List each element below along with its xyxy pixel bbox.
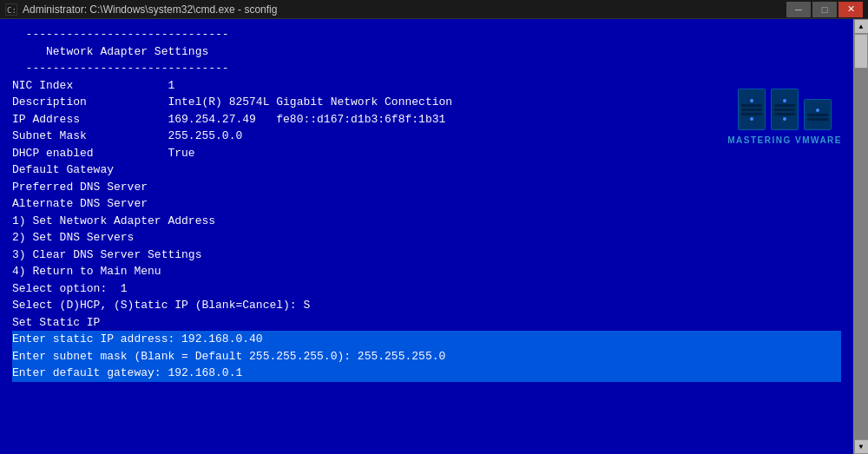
terminal-line: Network Adapter Settings (12, 43, 841, 61)
server-box-2 (771, 89, 799, 130)
title-bar: C:\ Administrator: C:\Windows\system32\c… (0, 0, 868, 19)
terminal-line: Enter subnet mask (Blank = Default 255.2… (12, 348, 841, 365)
server-unit-2 (771, 89, 799, 130)
server-slot (774, 104, 795, 107)
terminal-line: DHCP enabled True (12, 145, 841, 162)
server-led (816, 109, 819, 112)
logo-text: Mastering VMware (727, 135, 842, 145)
server-box-1 (738, 89, 766, 130)
close-button[interactable]: ✕ (838, 2, 863, 17)
terminal-line: Alternate DNS Server (12, 195, 841, 213)
server-led (783, 99, 786, 102)
terminal-content[interactable]: ------------------------------ Network A… (0, 19, 853, 454)
terminal-line: Select (D)HCP, (S)tatic IP (Blank=Cancel… (12, 297, 841, 314)
terminal-line: ------------------------------ (12, 60, 841, 77)
scrollbar-track[interactable] (854, 34, 868, 439)
terminal-line: Preferred DNS Server (12, 179, 841, 196)
terminal-line: ------------------------------ (12, 26, 841, 43)
scroll-down-button[interactable]: ▼ (854, 439, 869, 454)
terminal-line: Subnet Mask 255.255.0.0 (12, 128, 841, 145)
server-slot (774, 113, 795, 115)
terminal-line: 2) Set DNS Servers (12, 229, 841, 247)
terminal-line: Enter default gateway: 192.168.0.1 (12, 365, 841, 382)
terminal-line: IP Address 169.254.27.49 fe80::d167:d1b3… (12, 111, 841, 128)
server-slot (807, 118, 828, 121)
server-unit-1 (738, 89, 766, 130)
terminal-line: 4) Return to Main Menu (12, 263, 841, 280)
terminal-line: Description Intel(R) 82574L Gigabit Netw… (12, 94, 841, 111)
server-slot (741, 113, 762, 115)
logo-area: Mastering VMware (727, 89, 842, 145)
server-slot (774, 109, 795, 111)
terminal-line: Default Gateway (12, 161, 841, 179)
terminal-window: ------------------------------ Network A… (0, 19, 868, 454)
window-title: Administrator: C:\Windows\system32\cmd.e… (23, 3, 277, 16)
terminal-line: Select option: 1 (12, 280, 841, 298)
server-led (750, 99, 753, 102)
server-slot (807, 114, 828, 116)
minimize-button[interactable]: ─ (786, 2, 811, 17)
window-controls: ─ □ ✕ (786, 2, 863, 17)
server-unit-3 (804, 99, 832, 130)
server-led (783, 117, 786, 121)
title-bar-left: C:\ Administrator: C:\Windows\system32\c… (5, 3, 277, 16)
terminal-line: Enter static IP address: 192.168.0.40 (12, 331, 841, 348)
svg-text:C:\: C:\ (7, 6, 16, 15)
server-led (750, 117, 753, 121)
scrollbar[interactable]: ▲ ▼ (853, 19, 868, 454)
terminal-line: NIC Index 1 (12, 77, 841, 95)
terminal-line: Set Static IP (12, 314, 841, 332)
server-slot (741, 109, 762, 111)
server-box-3 (804, 99, 832, 130)
logo-servers (738, 89, 832, 130)
server-slot (741, 104, 762, 107)
cmd-icon: C:\ (5, 3, 17, 16)
scrollbar-thumb[interactable] (854, 34, 868, 69)
maximize-button[interactable]: □ (812, 2, 837, 17)
terminal-line: 3) Clear DNS Server Settings (12, 247, 841, 264)
terminal-line: 1) Set Network Adapter Address (12, 213, 841, 230)
scroll-up-button[interactable]: ▲ (854, 19, 869, 34)
